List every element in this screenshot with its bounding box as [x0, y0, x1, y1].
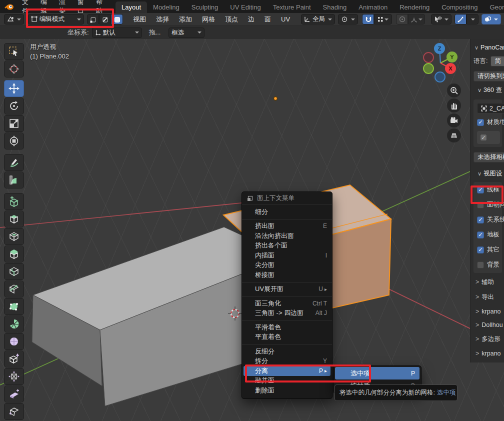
proportional-editing-button[interactable] — [396, 14, 408, 24]
tool-scale[interactable] — [4, 115, 24, 132]
menu-item-separate[interactable]: 分离P▸ — [244, 366, 330, 376]
tab-texture-paint[interactable]: Texture Paint — [267, 2, 317, 13]
menu-item-delete-faces[interactable]: 删除面 — [242, 386, 332, 396]
menu-add[interactable]: 添加 — [174, 15, 197, 24]
menu-uv[interactable]: UV — [276, 16, 295, 23]
menu-item-uv-unwrap[interactable]: UV展开面U▸ — [242, 284, 332, 294]
tab-compositing[interactable]: Compositing — [436, 2, 484, 13]
tool-move[interactable] — [4, 80, 24, 97]
menu-item-triangulate[interactable]: 面三角化Ctrl T — [242, 298, 332, 308]
menu-item-subdivide[interactable]: 细分 — [242, 207, 332, 217]
tool-spin[interactable] — [4, 316, 24, 332]
section-polygon[interactable]: >多边形 — [476, 335, 504, 344]
toggle-floor[interactable]: ✓ 地板 — [477, 230, 502, 239]
toggle-background[interactable]: 背景 — [477, 260, 502, 269]
edge-select-button[interactable] — [99, 14, 111, 24]
editor-type-button[interactable] — [4, 14, 24, 24]
camera-view-button[interactable] — [447, 114, 461, 128]
toggle-wireframe[interactable]: ✓ 线框 — [477, 186, 502, 194]
tab-layout[interactable]: Layout — [116, 2, 147, 13]
menu-face[interactable]: 面 — [260, 15, 276, 24]
menu-item-extrude-faces[interactable]: 挤出面E — [242, 222, 332, 232]
sub-option-checkbox[interactable]: ✓ — [480, 134, 487, 141]
section-krpano[interactable]: >krpano — [476, 308, 504, 315]
tab-uv-editing[interactable]: UV Editing — [224, 2, 266, 13]
tool-cursor[interactable] — [4, 60, 24, 78]
coordinate-system-dropdown[interactable]: 默认 — [92, 28, 142, 38]
tab-animation[interactable]: Animation — [352, 2, 394, 13]
tool-extrude-region[interactable] — [4, 210, 24, 228]
menu-item-split[interactable]: 拆分Y — [242, 356, 332, 366]
menu-item-tris-to-quads[interactable]: 三角面 -> 四边面Alt J — [242, 308, 332, 318]
tool-annotate[interactable] — [4, 154, 24, 171]
language-select[interactable]: 简 — [490, 56, 504, 66]
snap-toggle-button[interactable] — [362, 14, 374, 24]
toggle-other[interactable]: ✓ 其它 — [477, 246, 502, 254]
menu-item-extrude-along-normals[interactable]: 沿法向挤出面 — [242, 231, 332, 241]
axis-neg-x[interactable] — [424, 52, 434, 62]
mode-dropdown[interactable]: 编辑模式 — [28, 14, 84, 24]
axis-neg-y[interactable] — [424, 64, 434, 74]
background-checkbox[interactable] — [477, 262, 484, 268]
menu-item-poke-faces[interactable]: 尖分面 — [242, 260, 332, 270]
face-orientation-checkbox[interactable] — [477, 202, 484, 208]
menu-item-unsubdivide[interactable]: 反细分 — [242, 346, 332, 356]
section-export[interactable]: >导出 — [476, 293, 504, 302]
sidebar-header-panocam[interactable]: ∨PanoCam — [474, 44, 504, 51]
tool-knife[interactable] — [4, 280, 24, 298]
menu-item-shade-flat[interactable]: 平直着色 — [242, 332, 332, 342]
switch-language-button[interactable]: 请切换到对 — [474, 71, 504, 82]
relationship-lines-checkbox[interactable]: ✓ — [477, 216, 484, 224]
menu-view[interactable]: 视图 — [128, 15, 151, 24]
tool-edge-slide[interactable] — [4, 350, 24, 368]
snap-target-dropdown[interactable] — [374, 14, 392, 24]
proportional-falloff-dropdown[interactable] — [408, 14, 425, 24]
tool-shear[interactable] — [4, 386, 24, 402]
pivot-point-dropdown[interactable] — [338, 14, 358, 24]
menu-item-bridge-faces[interactable]: 桥接面 — [242, 270, 332, 280]
overlays-toggle-button[interactable] — [482, 14, 501, 24]
tool-tweak-select[interactable] — [4, 43, 24, 60]
menu-vertex[interactable]: 顶点 — [220, 15, 243, 24]
gizmo-toggle-button[interactable] — [454, 14, 466, 24]
section-krpano2[interactable]: >krpano — [476, 350, 504, 357]
material-world-checkbox[interactable]: ✓ — [477, 119, 484, 126]
perspective-toggle-button[interactable] — [447, 128, 461, 142]
selectability-dropdown[interactable] — [431, 14, 452, 24]
vertex-select-button[interactable] — [87, 14, 99, 24]
tool-poly-build[interactable] — [4, 298, 24, 315]
material-world-row[interactable]: ✓ 材质/世界 — [477, 118, 502, 126]
tool-measure[interactable] — [4, 172, 24, 188]
tool-loop-cut[interactable] — [4, 263, 24, 280]
tool-smooth[interactable] — [4, 333, 24, 350]
face-select-button[interactable] — [111, 14, 123, 24]
tool-add-cube[interactable] — [4, 193, 24, 210]
menu-select[interactable]: 选择 — [151, 15, 174, 24]
tool-transform[interactable] — [4, 132, 24, 150]
axis-neg-z[interactable] — [435, 72, 445, 82]
camera-select-button[interactable]: 2_CAM — [477, 103, 504, 114]
tool-shrink-fatten[interactable] — [4, 368, 24, 385]
submenu-item-selection[interactable]: 选中项P — [335, 367, 420, 380]
other-checkbox[interactable]: ✓ — [477, 246, 484, 254]
menu-mesh[interactable]: 网格 — [197, 15, 220, 24]
menu-item-dissolve-faces[interactable]: 融并面 — [242, 376, 332, 386]
transform-orientation-dropdown[interactable]: 全局 — [301, 14, 335, 24]
menu-edge[interactable]: 边 — [243, 15, 260, 24]
blender-logo-icon[interactable] — [4, 2, 14, 10]
floor-checkbox[interactable]: ✓ — [477, 232, 484, 238]
zoom-button[interactable] — [447, 84, 461, 98]
menu-item-shade-smooth[interactable]: 平滑着色 — [242, 322, 332, 332]
section-dollhouse[interactable]: >Dollhou — [476, 322, 504, 328]
tool-inset-faces[interactable] — [4, 228, 24, 245]
drag-label[interactable]: 拖... — [149, 28, 161, 37]
tool-bevel[interactable] — [4, 246, 24, 262]
tool-rip-region[interactable] — [4, 403, 24, 420]
menu-item-inset-faces[interactable]: 内插面I — [242, 250, 332, 260]
no-camera-button[interactable]: 未选择相机 — [474, 152, 504, 162]
tab-rendering[interactable]: Rendering — [394, 2, 436, 13]
toggle-relationship-lines[interactable]: ✓ 关系线 — [477, 216, 502, 224]
section-auxiliary[interactable]: >辅助 — [476, 278, 504, 286]
tab-sculpting[interactable]: Sculpting — [186, 2, 224, 13]
toggle-face-orientation[interactable]: 面朝向 — [477, 200, 502, 209]
